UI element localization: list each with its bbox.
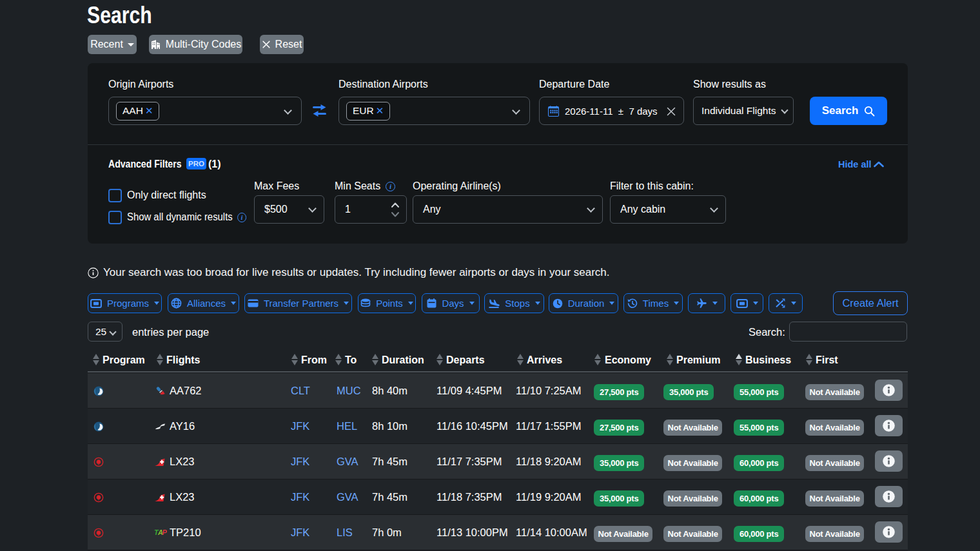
svg-text:P: P: [162, 529, 167, 536]
